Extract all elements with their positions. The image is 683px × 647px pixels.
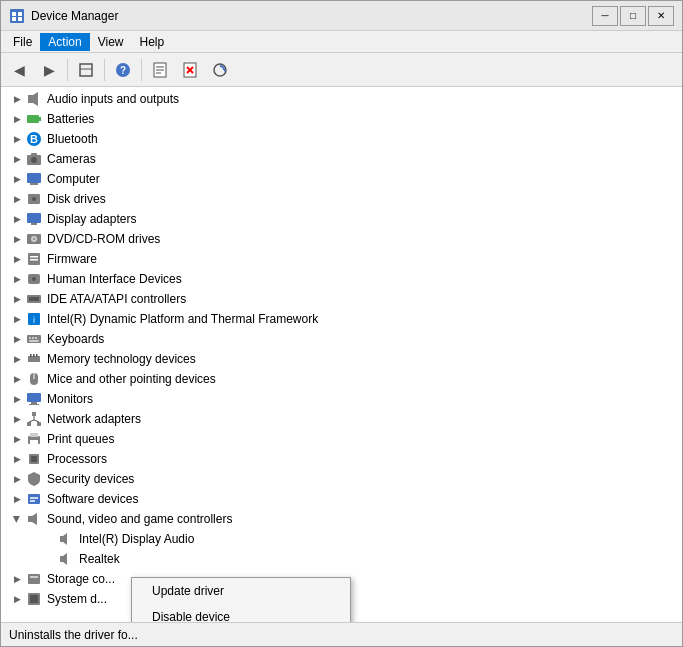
expand-arrow-batteries[interactable]: ▶	[9, 111, 25, 127]
tree-label-processors: Processors	[47, 452, 107, 466]
ctx-disable-device[interactable]: Disable device	[132, 604, 350, 622]
network-icon	[25, 411, 43, 427]
minimize-button[interactable]: ─	[592, 6, 618, 26]
tree-item-monitors[interactable]: ▶ Monitors	[1, 389, 682, 409]
expand-arrow-mice[interactable]: ▶	[9, 371, 25, 387]
expand-arrow-intel[interactable]: ▶	[9, 311, 25, 327]
tree-item-firmware[interactable]: ▶ Firmware	[1, 249, 682, 269]
expand-arrow-memory[interactable]: ▶	[9, 351, 25, 367]
svg-rect-18	[28, 95, 33, 103]
tree-item-keyboards[interactable]: ▶ Keyboards	[1, 329, 682, 349]
expand-arrow-sound[interactable]: ▶	[9, 511, 25, 527]
tree-item-computer[interactable]: ▶ Computer	[1, 169, 682, 189]
menu-view[interactable]: View	[90, 33, 132, 51]
status-bar: Uninstalls the driver fo...	[1, 622, 682, 646]
tree-item-bluetooth[interactable]: ▶ B Bluetooth	[1, 129, 682, 149]
menu-help[interactable]: Help	[132, 33, 173, 51]
tree-item-ide[interactable]: ▶ IDE ATA/ATAPI controllers	[1, 289, 682, 309]
maximize-button[interactable]: □	[620, 6, 646, 26]
expand-arrow-network[interactable]: ▶	[9, 411, 25, 427]
tree-item-hid[interactable]: ▶ Human Interface Devices	[1, 269, 682, 289]
tree-label-intel-display-audio: Intel(R) Display Audio	[79, 532, 194, 546]
expand-arrow-system[interactable]: ▶	[9, 591, 25, 607]
expand-arrow-display[interactable]: ▶	[9, 211, 25, 227]
scan-button[interactable]	[206, 57, 234, 83]
tree-item-software[interactable]: ▶ Software devices	[1, 489, 682, 509]
svg-rect-58	[29, 404, 39, 405]
expand-arrow-dvd[interactable]: ▶	[9, 231, 25, 247]
expand-arrow-ide[interactable]: ▶	[9, 291, 25, 307]
tree-label-network: Network adapters	[47, 412, 141, 426]
content-area[interactable]: ▶ Audio inputs and outputs ▶ Batteries ▶…	[1, 87, 682, 622]
tree-item-sound[interactable]: ▶ Sound, video and game controllers	[1, 509, 682, 529]
expand-arrow-disk[interactable]: ▶	[9, 191, 25, 207]
svg-line-64	[34, 420, 39, 422]
expand-arrow-storage[interactable]: ▶	[9, 571, 25, 587]
back-button[interactable]: ◀	[5, 57, 33, 83]
tree-item-intel[interactable]: ▶ i Intel(R) Dynamic Platform and Therma…	[1, 309, 682, 329]
expand-arrow-bluetooth[interactable]: ▶	[9, 131, 25, 147]
print-icon	[25, 431, 43, 447]
forward-button[interactable]: ▶	[35, 57, 63, 83]
tree-item-mice[interactable]: ▶ Mice and other pointing devices	[1, 369, 682, 389]
tree-label-mice: Mice and other pointing devices	[47, 372, 216, 386]
ctx-update-driver[interactable]: Update driver	[132, 578, 350, 604]
tree-item-batteries[interactable]: ▶ Batteries	[1, 109, 682, 129]
svg-point-40	[32, 277, 36, 281]
menu-bar: File Action View Help	[1, 31, 682, 53]
expand-arrow-monitors[interactable]: ▶	[9, 391, 25, 407]
expand-arrow-cameras[interactable]: ▶	[9, 151, 25, 167]
security-icon	[25, 471, 43, 487]
monitor-icon	[25, 391, 43, 407]
context-menu: Update driver Disable device Uninstall d…	[131, 577, 351, 622]
tree-item-realtek[interactable]: Realtek	[1, 549, 682, 569]
properties-button[interactable]	[146, 57, 174, 83]
disk-icon	[25, 191, 43, 207]
svg-rect-66	[30, 433, 38, 437]
tree-item-intel-display-audio[interactable]: Intel(R) Display Audio	[1, 529, 682, 549]
dvd-icon	[25, 231, 43, 247]
tree-item-audio[interactable]: ▶ Audio inputs and outputs	[1, 89, 682, 109]
expand-arrow-keyboards[interactable]: ▶	[9, 331, 25, 347]
expand-arrow-computer[interactable]: ▶	[9, 171, 25, 187]
expand-arrow-security[interactable]: ▶	[9, 471, 25, 487]
expand-arrow-print[interactable]: ▶	[9, 431, 25, 447]
tree-item-processors[interactable]: ▶ Processors	[1, 449, 682, 469]
svg-marker-76	[63, 533, 67, 545]
tree-item-memory[interactable]: ▶ Memory technology devices	[1, 349, 682, 369]
title-bar: Device Manager ─ □ ✕	[1, 1, 682, 31]
tree-item-dvd[interactable]: ▶ DVD/CD-ROM drives	[1, 229, 682, 249]
menu-action[interactable]: Action	[40, 33, 89, 51]
menu-file[interactable]: File	[5, 33, 40, 51]
svg-rect-48	[35, 337, 37, 339]
toolbar-separator-2	[104, 59, 105, 81]
svg-marker-78	[63, 553, 67, 565]
tree-label-print: Print queues	[47, 432, 114, 446]
close-button[interactable]: ✕	[648, 6, 674, 26]
svg-rect-69	[31, 456, 37, 462]
expand-arrow-processors[interactable]: ▶	[9, 451, 25, 467]
svg-point-35	[33, 238, 35, 240]
expand-arrow-hid[interactable]: ▶	[9, 271, 25, 287]
tree-item-display[interactable]: ▶ Display adapters	[1, 209, 682, 229]
expand-arrow-audio[interactable]: ▶	[9, 91, 25, 107]
refresh-button[interactable]	[72, 57, 100, 83]
tree-label-memory: Memory technology devices	[47, 352, 196, 366]
bluetooth-icon: B	[25, 131, 43, 147]
keyboard-icon	[25, 331, 43, 347]
svg-rect-47	[32, 337, 34, 339]
svg-rect-59	[32, 412, 36, 416]
tree-item-security[interactable]: ▶ Security devices	[1, 469, 682, 489]
tree-item-cameras[interactable]: ▶ Cameras	[1, 149, 682, 169]
tree-item-print[interactable]: ▶ Print queues	[1, 429, 682, 449]
help-button[interactable]: ?	[109, 57, 137, 83]
tree-item-disk[interactable]: ▶ Disk drives	[1, 189, 682, 209]
audio-sub-icon	[57, 531, 75, 547]
expand-arrow-software[interactable]: ▶	[9, 491, 25, 507]
svg-rect-82	[30, 595, 38, 603]
tree-label-system: System d...	[47, 592, 107, 606]
uninstall-button[interactable]	[176, 57, 204, 83]
svg-rect-27	[27, 173, 41, 183]
expand-arrow-firmware[interactable]: ▶	[9, 251, 25, 267]
tree-item-network[interactable]: ▶ Network adapters	[1, 409, 682, 429]
